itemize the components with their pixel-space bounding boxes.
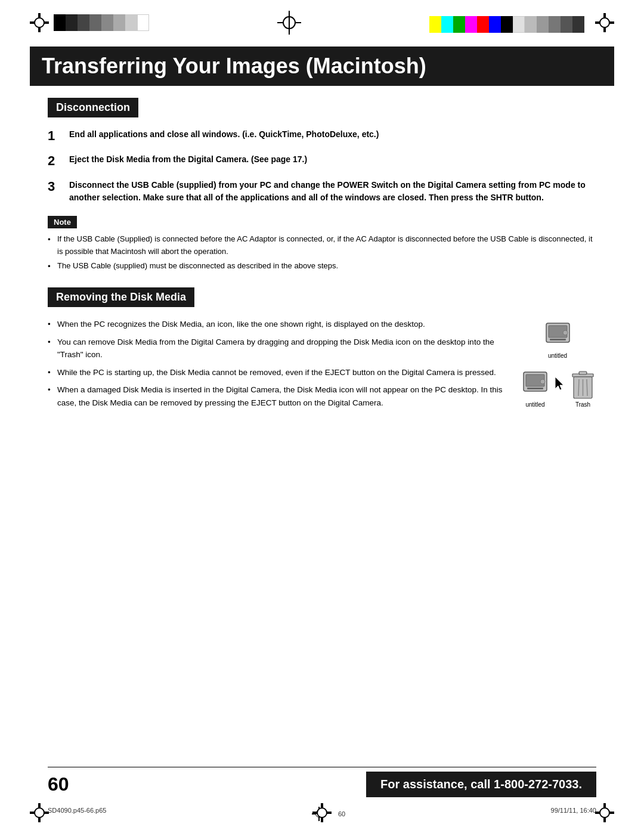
note-bullet-2: • The USB Cable (supplied) must be disco…	[48, 260, 596, 273]
step-1: 1 End all applications and close all win…	[48, 128, 596, 144]
assistance-box: For assistance, call 1-800-272-7033.	[366, 772, 596, 797]
removing-section: Removing the Disk Media • When the PC re…	[48, 287, 596, 414]
removing-header: Removing the Disk Media	[48, 287, 194, 307]
removing-bullet-3: • While the PC is starting up, the Disk …	[48, 366, 507, 379]
note-box: Note • If the USB Cable (Supplied) is co…	[48, 216, 596, 273]
disk-icons-area: untitled untitled	[519, 318, 596, 414]
title-section: Transferring Your Images (Macintosh)	[30, 47, 614, 86]
top-left-marks	[30, 13, 149, 32]
color-bar-right	[429, 16, 584, 33]
drive-icon-drag	[519, 370, 552, 400]
top-bar	[0, 0, 644, 41]
note-label: Note	[48, 216, 77, 228]
disk-icon-top-label: untitled	[548, 352, 567, 359]
step-1-number: 1	[48, 128, 69, 144]
svg-line-12	[578, 379, 579, 396]
bottom-right-marks	[595, 803, 614, 822]
step-2-text: Eject the Disk Media from the Digital Ca…	[69, 153, 307, 166]
page: Transferring Your Images (Macintosh) Dis…	[0, 0, 644, 833]
step-3: 3 Disconnect the USB Cable (supplied) fr…	[48, 179, 596, 204]
svg-line-14	[587, 379, 587, 396]
svg-rect-2	[550, 339, 566, 340]
removing-bullet-2: • You can remove Disk Media from the Dig…	[48, 336, 507, 361]
reg-mark-tr	[595, 13, 614, 32]
step-2-number: 2	[48, 153, 69, 169]
top-right-marks	[429, 13, 614, 33]
removing-text: • When the PC recognizes the Disk Media,…	[48, 318, 507, 414]
bottom-section: 60 For assistance, call 1-800-272-7033.	[48, 772, 596, 797]
step-3-number: 3	[48, 179, 69, 194]
drag-to-trash-group: untitled	[519, 370, 596, 408]
crosshair-icon	[277, 11, 301, 35]
disk-icon-drag: untitled	[519, 370, 552, 408]
disconnection-header: Disconnection	[48, 98, 138, 117]
removing-bullet-1: • When the PC recognizes the Disk Media,…	[48, 318, 507, 331]
cursor-icon	[555, 377, 566, 391]
svg-marker-8	[555, 377, 564, 390]
bottom-divider	[48, 767, 596, 767]
step-2: 2 Eject the Disk Media from the Digital …	[48, 153, 596, 169]
trash-icon	[569, 370, 596, 401]
reg-mark-br	[595, 803, 614, 822]
removing-bullet-4: • When a damaged Disk Media is inserted …	[48, 383, 507, 409]
note-bullet-1: • If the USB Cable (Supplied) is connect…	[48, 233, 596, 258]
reg-mark-bc	[312, 803, 332, 822]
svg-rect-6	[527, 388, 543, 389]
removing-bullets: • When the PC recognizes the Disk Media,…	[48, 318, 507, 410]
removing-content: • When the PC recognizes the Disk Media,…	[48, 318, 596, 414]
center-crosshair	[149, 11, 429, 35]
svg-rect-10	[579, 371, 587, 374]
step-1-text: End all applications and close all windo…	[69, 128, 379, 141]
bottom-bar	[0, 803, 644, 833]
grayscale-bar-left	[54, 14, 149, 31]
disk-icon-top: untitled	[541, 321, 574, 359]
trash-icon-group: Trash	[569, 370, 596, 408]
reg-mark-bl	[30, 803, 49, 822]
svg-point-3	[563, 330, 568, 335]
disk-icon-drag-label: untitled	[525, 401, 544, 408]
page-title: Transferring Your Images (Macintosh)	[30, 47, 614, 86]
svg-point-7	[540, 379, 545, 384]
bottom-left-marks	[30, 803, 49, 822]
trash-label: Trash	[575, 401, 590, 408]
drive-icon-top	[541, 321, 574, 351]
content-area: Disconnection 1 End all applications and…	[0, 98, 644, 414]
page-number: 60	[48, 773, 69, 795]
reg-mark-tl	[30, 13, 49, 32]
note-content: • If the USB Cable (Supplied) is connect…	[48, 233, 596, 273]
step-3-text: Disconnect the USB Cable (supplied) from…	[69, 179, 596, 204]
